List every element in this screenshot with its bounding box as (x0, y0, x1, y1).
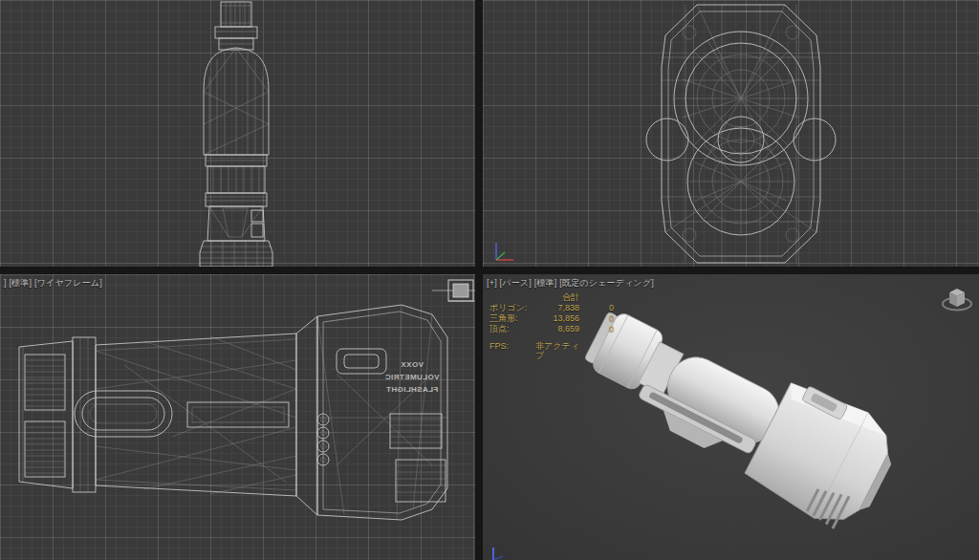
stats-row-total: 13,856 (535, 313, 579, 323)
brand-line: VOXX (382, 358, 442, 371)
stats-row-total: 8,659 (535, 324, 579, 334)
viewport-perspective[interactable]: [+] [パース] [標準] [既定のシェーディング] 合計 ポリゴン: 7,8… (483, 274, 979, 560)
stats-row-selected: 0 (579, 303, 614, 312)
flashlight-side-wireframe[interactable] (0, 274, 475, 560)
fps-value: 非アクティブ (535, 341, 579, 360)
viewport-perspective-header[interactable]: [+] [パース] [標準] [既定のシェーディング] (487, 277, 654, 290)
viewcube-icon[interactable] (938, 279, 976, 317)
viewport-statistics: 合計 ポリゴン: 7,838 0 三角形: 13,856 0 頂点: 8,659… (490, 292, 614, 360)
viewport-side[interactable]: ] [標準] [ワイヤフレーム] (0, 274, 475, 560)
brand-line: VOLUMETRIC (382, 371, 442, 383)
stats-row-selected: 0 (579, 313, 614, 323)
stats-row-total: 7,838 (535, 303, 579, 312)
brand-line: FLASHLIGHT (382, 383, 442, 396)
axis-tripod (496, 243, 513, 260)
viewport-side-header[interactable]: ] [標準] [ワイヤフレーム] (4, 277, 102, 290)
viewport-top[interactable] (483, 0, 979, 267)
axis-tripod (488, 545, 509, 560)
fps-label: FPS: (490, 341, 535, 360)
viewport-divider-horizontal[interactable] (0, 267, 979, 274)
viewport-grid: ] [標準] [ワイヤフレーム] (0, 0, 979, 560)
viewport-front[interactable] (0, 0, 475, 267)
stats-total-header: 合計 (535, 292, 579, 302)
stats-row-label: 頂点: (490, 324, 535, 334)
flashlight-front-wireframe[interactable] (0, 0, 475, 267)
stats-row-selected: 0 (579, 324, 614, 334)
flashlight-brand-text: VOXX VOLUMETRIC FLASHLIGHT (382, 358, 442, 396)
flashlight-top-wireframe[interactable] (483, 0, 979, 267)
stats-row-label: ポリゴン: (490, 303, 535, 312)
stats-row-label: 三角形: (490, 313, 535, 323)
viewport-divider-vertical[interactable] (475, 0, 483, 560)
scene-helper-object[interactable] (432, 280, 475, 301)
